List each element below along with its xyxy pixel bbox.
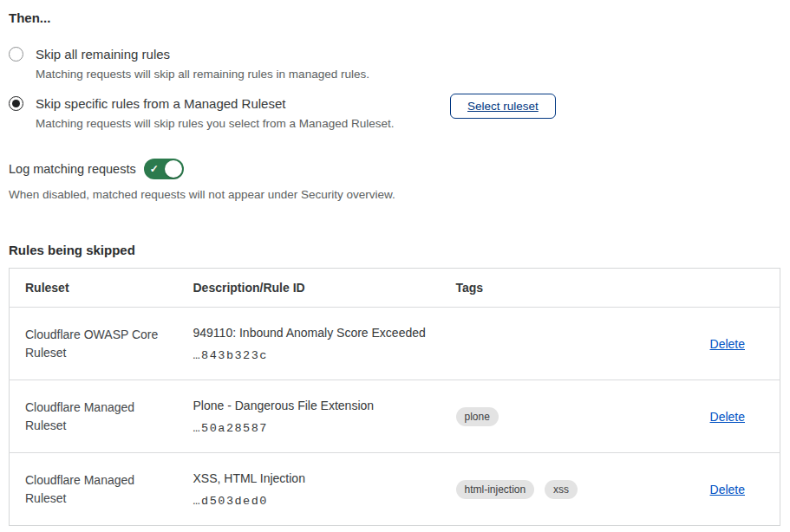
- radio-skip-specific-rules[interactable]: [9, 96, 23, 111]
- delete-link[interactable]: Delete: [710, 337, 745, 351]
- table-row: Cloudflare OWASP Core Ruleset 949110: In…: [10, 308, 780, 380]
- table-header-row: Ruleset Description/Rule ID Tags: [10, 269, 780, 308]
- tags-cell: plone: [456, 380, 656, 453]
- option-skip-specific-rules: Skip specific rules from a Managed Rules…: [9, 94, 780, 132]
- rule-description: Plone - Dangerous File Extension: [193, 398, 456, 414]
- tag-badge: xss: [545, 480, 578, 499]
- log-matching-requests-toggle[interactable]: ✓: [144, 159, 184, 179]
- delete-link[interactable]: Delete: [710, 410, 745, 424]
- log-toggle-description: When disabled, matched requests will not…: [9, 187, 780, 203]
- column-header-ruleset: Ruleset: [10, 269, 193, 308]
- tag-badge: plone: [456, 407, 499, 426]
- rule-id: …50a28587: [193, 422, 456, 435]
- option-label[interactable]: Skip specific rules from a Managed Rules…: [36, 94, 394, 113]
- tag-badge: html-injection: [456, 480, 535, 499]
- column-header-actions: [656, 269, 780, 308]
- option-description: Matching requests will skip rules you se…: [36, 116, 394, 132]
- ruleset-name: Cloudflare Managed Ruleset: [25, 471, 162, 508]
- radio-skip-all-remaining-rules[interactable]: [9, 47, 23, 62]
- log-matching-requests-row: Log matching requests ✓: [9, 159, 780, 179]
- delete-link[interactable]: Delete: [710, 483, 745, 496]
- rule-description: XSS, HTML Injection: [193, 470, 456, 487]
- check-icon: ✓: [150, 162, 159, 176]
- ruleset-name: Cloudflare OWASP Core Ruleset: [25, 326, 162, 362]
- rule-id: …d503ded0: [193, 495, 456, 508]
- rules-being-skipped-table: Ruleset Description/Rule ID Tags Cloudfl…: [9, 268, 780, 526]
- waf-rule-then-panel: Then... Skip all remaining rules Matchin…: [0, 0, 790, 526]
- option-description: Matching requests will skip all remainin…: [36, 67, 369, 82]
- column-header-tags: Tags: [456, 269, 656, 308]
- rules-being-skipped-heading: Rules being skipped: [9, 243, 780, 258]
- tags-cell: [456, 308, 656, 380]
- table-row: Cloudflare Managed Ruleset XSS, HTML Inj…: [10, 453, 780, 526]
- toggle-knob: [165, 160, 182, 178]
- rule-id: …843b323c: [193, 349, 456, 362]
- table-row: Cloudflare Managed Ruleset Plone - Dange…: [10, 380, 780, 453]
- ruleset-name: Cloudflare Managed Ruleset: [25, 399, 162, 435]
- option-label[interactable]: Skip all remaining rules: [36, 45, 369, 63]
- rule-description: 949110: Inbound Anomaly Score Exceeded: [193, 325, 456, 341]
- then-heading: Then...: [9, 10, 780, 26]
- option-skip-all-remaining-rules: Skip all remaining rules Matching reques…: [9, 45, 780, 82]
- select-ruleset-button[interactable]: Select ruleset: [450, 94, 556, 119]
- tags-cell: html-injection xss: [456, 453, 656, 526]
- log-toggle-label: Log matching requests: [9, 162, 136, 176]
- column-header-description: Description/Rule ID: [193, 269, 456, 308]
